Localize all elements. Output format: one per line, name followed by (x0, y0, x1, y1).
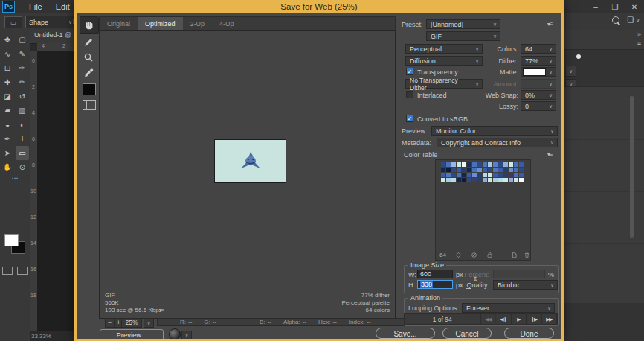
transparency-dither-dropdown[interactable]: No Transparency Dither∨ (405, 79, 483, 89)
ps-tool-icon[interactable]: ▭ (16, 146, 29, 160)
color-swatch[interactable] (477, 178, 482, 182)
color-swatch[interactable] (509, 178, 513, 182)
ps-tool-icon[interactable]: ◐ (16, 118, 29, 132)
ps-tool-icon[interactable]: ✎ (16, 47, 29, 61)
ps-tool-icon[interactable]: ✑ (16, 61, 29, 75)
ps-tool-icon[interactable]: ✏ (16, 75, 29, 89)
browser-select-chevron-icon[interactable]: ∨ (181, 331, 192, 339)
color-swatch[interactable] (457, 173, 461, 177)
preview-tab[interactable]: 4-Up (212, 17, 242, 31)
color-swatch[interactable] (477, 168, 482, 172)
window-control-icon[interactable]: ❐ (605, 3, 625, 11)
download-rate-menu-icon[interactable]: ▾≡ (159, 307, 164, 313)
panel-menu-icon[interactable]: ≡ (637, 39, 641, 47)
color-swatch[interactable] (493, 168, 498, 172)
ps-tool-icon[interactable]: ↺ (16, 89, 29, 103)
collapse-panels-icon[interactable]: » (637, 31, 641, 38)
color-swatch[interactable] (498, 178, 503, 182)
color-swatch[interactable] (483, 162, 487, 167)
color-swatch[interactable] (477, 173, 482, 177)
ps-tool-icon[interactable]: ◪ (1, 89, 14, 103)
ps-tool-icon[interactable]: ✒ (1, 132, 14, 146)
ps-tool-icon[interactable]: ▰ (1, 103, 14, 118)
color-swatch[interactable] (488, 162, 492, 167)
color-swatch[interactable] (519, 178, 524, 182)
color-swatch[interactable] (509, 173, 513, 177)
color-swatch[interactable] (467, 178, 471, 182)
dialog-title[interactable]: Save for Web (25%) (74, 0, 564, 13)
color-swatch[interactable] (514, 178, 518, 182)
color-swatch[interactable] (446, 178, 451, 182)
color-swatch[interactable] (488, 168, 492, 172)
transport-button[interactable]: ❙▶ (527, 314, 542, 324)
color-swatch[interactable] (451, 178, 456, 182)
new-color-icon[interactable] (511, 251, 518, 259)
color-swatch[interactable] (519, 173, 524, 177)
visibility-eye-icon[interactable] (576, 54, 581, 59)
color-table-menu-icon[interactable]: ▾≡ (547, 151, 553, 158)
convert-srgb-checkbox[interactable]: ✓ (406, 115, 413, 122)
ps-tool-icon[interactable]: ✋ (1, 160, 14, 174)
menu-item[interactable]: Edit (49, 2, 77, 11)
toggle-slices-visibility-icon[interactable] (83, 100, 96, 110)
color-swatch[interactable] (488, 178, 492, 182)
ps-tool-icon[interactable]: ∿ (1, 47, 14, 61)
cancel-button[interactable]: Cancel (442, 328, 492, 339)
preview-in-browser-button[interactable]: Preview... (100, 329, 164, 339)
color-swatch[interactable] (514, 173, 518, 177)
color-swatch[interactable] (509, 162, 513, 167)
color-swatch[interactable] (441, 162, 445, 167)
color-swatch[interactable] (467, 162, 471, 167)
color-swatch[interactable] (483, 178, 487, 182)
transparency-checkbox[interactable]: ✓ (406, 68, 413, 75)
color-swatch[interactable] (493, 178, 498, 182)
zoom-level-chevron-icon[interactable]: ∨ (144, 318, 154, 328)
zoom-level-field[interactable]: 25% (121, 318, 142, 328)
color-swatch[interactable] (519, 162, 524, 167)
hand-tool-button[interactable] (80, 16, 99, 34)
slice-select-tool-button[interactable] (80, 34, 97, 49)
ps-tool-icon[interactable]: T (16, 132, 29, 146)
color-swatch[interactable] (446, 173, 451, 177)
interlaced-checkbox[interactable] (406, 91, 413, 98)
tool-mode-dropdown[interactable]: Shape ∨ (25, 16, 76, 28)
color-swatch[interactable] (498, 168, 503, 172)
color-swatch[interactable] (509, 168, 513, 172)
ps-tool-icon[interactable]: ✥ (1, 33, 14, 47)
preview-tab[interactable]: Optimized (138, 17, 183, 31)
color-swatch[interactable] (457, 168, 461, 172)
save-button[interactable]: Save... (376, 328, 435, 339)
color-swatch[interactable] (514, 168, 518, 172)
ps-tool-icon[interactable]: ⊙ (16, 160, 29, 174)
color-swatch[interactable] (457, 178, 461, 182)
metadata-dropdown[interactable]: Copyright and Contact Info∨ (437, 138, 558, 147)
preview-tab[interactable]: 2-Up (183, 17, 213, 31)
color-swatch[interactable] (503, 168, 508, 172)
window-control-icon[interactable]: ✕ (625, 3, 644, 11)
ps-tool-icon[interactable]: ✚ (1, 75, 14, 89)
looping-options-dropdown[interactable]: Forever∨ (462, 303, 555, 313)
delete-color-icon[interactable] (524, 251, 530, 259)
color-swatch[interactable] (472, 173, 477, 177)
chevron-down-icon[interactable]: ∨ (565, 66, 576, 77)
ps-tool-icon[interactable]: ⊡ (1, 61, 14, 75)
screen-mode-icon[interactable] (17, 267, 28, 275)
preset-panel-menu-icon[interactable]: ▾≡ (547, 21, 553, 28)
color-swatch[interactable] (503, 173, 508, 177)
matte-field[interactable]: ∨ (521, 67, 556, 77)
dither-method-dropdown[interactable]: Diffusion∨ (405, 56, 483, 66)
color-swatch[interactable] (493, 162, 498, 167)
color-swatch[interactable] (441, 178, 445, 182)
color-swatch[interactable] (503, 178, 508, 182)
transport-button[interactable]: ▶▶ (542, 314, 558, 324)
menu-item[interactable]: File (22, 2, 49, 11)
palette-dropdown[interactable]: Perceptual∨ (405, 44, 483, 54)
done-button[interactable]: Done (504, 328, 554, 339)
foreground-color-swatch[interactable] (4, 234, 19, 246)
color-swatch[interactable] (514, 162, 518, 167)
color-swatch[interactable] (488, 173, 492, 177)
color-swatch[interactable] (503, 162, 508, 167)
color-swatch[interactable] (451, 162, 456, 167)
workspace-icon[interactable]: ❏ ∨ (627, 16, 640, 24)
color-swatch[interactable] (462, 162, 466, 167)
